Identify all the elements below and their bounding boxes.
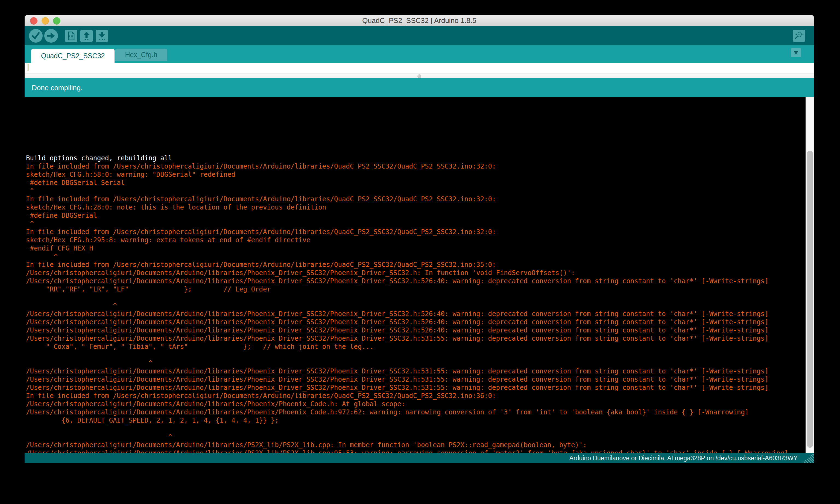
console-line: sketch/Hex_CFG.h:295:8: warning: extra t… xyxy=(26,236,804,244)
upload-button[interactable] xyxy=(44,29,58,42)
console-line: /Users/christophercaligiuri/Documents/Ar… xyxy=(26,449,804,453)
console-line xyxy=(26,293,804,302)
console-line: #define DBGSerial Serial xyxy=(26,179,804,187)
console-line: /Users/christophercaligiuri/Documents/Ar… xyxy=(26,318,804,326)
chevron-down-icon xyxy=(793,51,799,54)
console-output: Build options changed, rebuilding allIn … xyxy=(24,97,814,453)
console-line: sketch/Hex_CFG.h:28:0: note: this is the… xyxy=(26,203,804,212)
compile-status-bar: Done compiling. xyxy=(24,78,814,97)
serial-monitor-icon xyxy=(793,38,805,42)
console-lines: Build options changed, rebuilding allIn … xyxy=(26,129,804,453)
serial-monitor-button[interactable] xyxy=(793,30,805,42)
console-line: #define DBGSerial xyxy=(26,212,804,220)
new-sketch-icon xyxy=(65,39,77,43)
console-line: "RR","RF", "LR", "LF" }; // Leg Order xyxy=(26,285,804,293)
upload-icon xyxy=(44,39,58,43)
console-line: In file included from /Users/christopher… xyxy=(26,162,804,170)
open-icon xyxy=(81,39,93,43)
console-line: /Users/christophercaligiuri/Documents/Ar… xyxy=(26,383,804,392)
verify-icon xyxy=(29,39,42,43)
open-button[interactable] xyxy=(81,30,93,42)
console-line: /Users/christophercaligiuri/Documents/Ar… xyxy=(26,408,804,416)
text-caret xyxy=(28,64,29,71)
console-line: In file included from /Users/christopher… xyxy=(26,392,804,400)
console-line: In file included from /Users/christopher… xyxy=(26,260,804,269)
console-line: #endif CFG_HEX_H xyxy=(26,244,804,252)
console-line: ^ xyxy=(26,220,804,228)
splitter-handle-icon xyxy=(417,74,421,78)
console-scrollbar[interactable] xyxy=(806,97,814,453)
console-line: /Users/christophercaligiuri/Documents/Ar… xyxy=(26,367,804,375)
console-line: Build options changed, rebuilding all xyxy=(26,154,804,162)
console-line: /Users/christophercaligiuri/Documents/Ar… xyxy=(26,277,804,285)
console-line: ^ xyxy=(26,302,804,310)
verify-button[interactable] xyxy=(29,29,42,42)
console-line: /Users/christophercaligiuri/Documents/Ar… xyxy=(26,375,804,383)
console-line: In file included from /Users/christopher… xyxy=(26,195,804,203)
new-sketch-button[interactable] xyxy=(65,30,77,42)
console-scrollbar-thumb[interactable] xyxy=(807,151,813,448)
arduino-ide-window: QuadC_PS2_SSC32 | Arduino 1.8.5 xyxy=(24,15,814,463)
console-line: In file included from /Users/christopher… xyxy=(26,228,804,236)
board-status-bar: Arduino Duemilanove or Diecimila, ATmega… xyxy=(24,453,814,463)
console-line: ^ xyxy=(26,187,804,195)
compile-status-message: Done compiling. xyxy=(32,84,83,92)
console-line: /Users/christophercaligiuri/Documents/Ar… xyxy=(26,335,804,343)
code-editor[interactable]: //======================================… xyxy=(24,63,814,73)
resize-grip[interactable] xyxy=(801,453,814,463)
editor-console-splitter[interactable] xyxy=(24,73,814,78)
toolbar xyxy=(24,26,814,46)
desktop: { "window": { "title": "QuadC_PS2_SSC32 … xyxy=(0,0,840,504)
console-line: /Users/christophercaligiuri/Documents/Ar… xyxy=(26,269,804,277)
board-port-label: Arduino Duemilanove or Diecimila, ATmega… xyxy=(570,454,798,462)
console-line: ^ xyxy=(26,359,804,367)
console-line xyxy=(26,425,804,433)
console-line: /Users/christophercaligiuri/Documents/Ar… xyxy=(26,441,804,449)
console-line: " Coxa", " Femur", " Tibia", " tArs" }; … xyxy=(26,343,804,351)
tab-hex-cfg-h[interactable]: Hex_Cfg.h xyxy=(115,49,167,61)
save-icon xyxy=(96,39,108,43)
console-line: {6, DEFAULT_GAIT_SPEED, 2, 1, 2, 1, 4, {… xyxy=(26,416,804,425)
console-line: sketch/Hex_CFG.h:58:0: warning: "DBGSeri… xyxy=(26,170,804,179)
tab-list-button[interactable] xyxy=(791,48,801,57)
console-line: ^ xyxy=(26,252,804,260)
console-line xyxy=(26,351,804,359)
console-line: /Users/christophercaligiuri/Documents/Ar… xyxy=(26,326,804,335)
save-button[interactable] xyxy=(96,30,108,42)
console-line: /Users/christophercaligiuri/Documents/Ar… xyxy=(26,310,804,318)
title-bar: QuadC_PS2_SSC32 | Arduino 1.8.5 xyxy=(24,15,814,26)
window-title: QuadC_PS2_SSC32 | Arduino 1.8.5 xyxy=(24,15,814,26)
tab-bar: QuadC_PS2_SSC32 Hex_Cfg.h xyxy=(24,46,814,63)
console-line: /Users/christophercaligiuri/Documents/Ar… xyxy=(26,400,804,408)
console-line: ^ xyxy=(26,433,804,441)
tab-quadc-ps2-ssc32[interactable]: QuadC_PS2_SSC32 xyxy=(31,49,115,63)
